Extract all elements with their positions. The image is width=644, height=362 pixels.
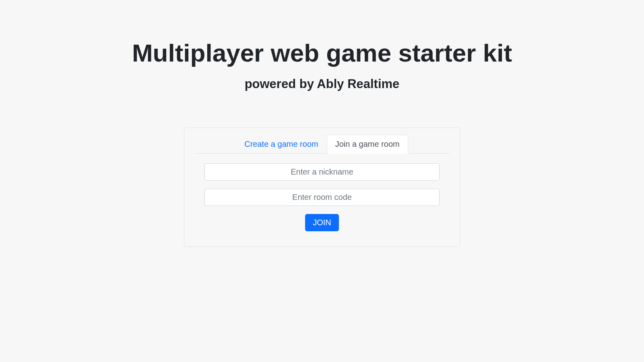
tabs-nav: Create a game room Join a game room xyxy=(194,135,450,154)
page-subtitle: powered by Ably Realtime xyxy=(245,77,400,91)
page-title: Multiplayer web game starter kit xyxy=(132,38,512,68)
room-code-input[interactable] xyxy=(204,189,440,206)
nickname-input[interactable] xyxy=(204,163,440,181)
join-room-form: JOIN xyxy=(194,163,450,231)
join-button[interactable]: JOIN xyxy=(305,214,339,231)
page-container: Multiplayer web game starter kit powered… xyxy=(0,0,644,247)
tab-create-room[interactable]: Create a game room xyxy=(236,135,326,154)
tab-join-room[interactable]: Join a game room xyxy=(327,135,408,154)
game-room-card: Create a game room Join a game room JOIN xyxy=(184,128,460,247)
